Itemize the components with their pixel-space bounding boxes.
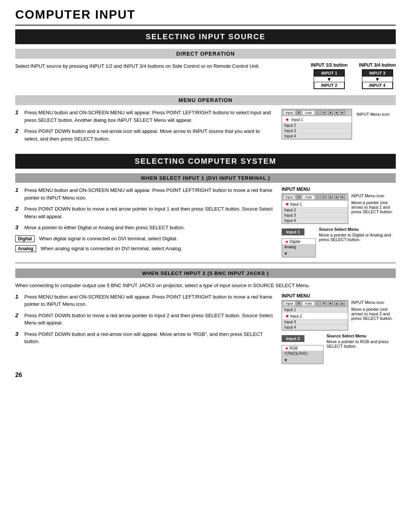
step-num-1: 1	[15, 109, 21, 115]
menu-icon-3: ≋	[322, 110, 327, 115]
input-12-stack: INPUT 1 ▼ INPUT 2	[314, 69, 345, 89]
source-select-annotation-1: Move a pointer to Digital or Analog and …	[319, 233, 396, 242]
source-select-menu-label-2: Source Select Menu	[327, 334, 396, 338]
menu-row-input2: Input 2	[282, 123, 352, 128]
menu-operation-screenshot: Input ⊞ Auto □ ≋ ◈ ◄ ►	[282, 109, 396, 146]
input2-icon-6: ►	[340, 301, 345, 306]
input-12-label: INPUT 1/2 button	[311, 62, 348, 68]
bnc-step-num-1: 1	[15, 293, 21, 300]
input1-menu-annotation: Move a pointer (red arrow) to Input 1 an…	[351, 200, 396, 214]
red-arrow-1: ◄	[284, 201, 289, 207]
input1-dvi-header: WHEN SELECT INPUT 1 (DVI INPUT TERMINAL …	[15, 173, 396, 183]
direct-operation-text: Select INPUT source by pressing INPUT 1/…	[15, 62, 303, 70]
source-select-menu-label-1: Source Select Menu	[319, 227, 396, 232]
dvi-step-text-3: Move a pointer to either Digital or Anal…	[24, 224, 274, 232]
source-select-2-annotations: Source Select Menu Move a pointer to RGB…	[327, 334, 396, 348]
input-tab: Input	[284, 110, 295, 115]
menu-row-input1: ◄ Input 1	[282, 116, 352, 123]
input2-row-4: Input 4	[282, 325, 348, 330]
bnc-step-text-3: Press POINT DOWN button and a red-arrow …	[24, 331, 274, 345]
red-arrow-input2: ◄	[284, 313, 289, 319]
input-menu-annotation: INPUT Menu icon	[357, 112, 390, 117]
menu-row-input3: Input 3	[282, 128, 352, 134]
bnc-step-2: 2 Press POINT DOWN button to move a red …	[15, 312, 274, 327]
input2-bnc-header: WHEN SELECT INPUT 2 (5 BNC INPUT JACKS )	[15, 268, 396, 278]
source-row-digital: ◄ Digital	[282, 239, 315, 244]
menu-icon-4: ◈	[328, 110, 333, 115]
input1-dvi-right: INPUT MENU Input ⊞ Auto □ ≋ ◈ ◄	[282, 187, 396, 257]
section-header-input-source: SELECTING INPUT SOURCE	[15, 29, 396, 44]
direct-operation-header: DIRECT OPERATION	[15, 49, 396, 59]
input2-bnc-left: 1 Press MENU button and ON-SCREEN MENU w…	[15, 293, 274, 364]
input-menu-screenshot: Input ⊞ Auto □ ≋ ◈ ◄ ►	[282, 109, 352, 139]
input2-menu-icon-label: INPUT Menu icon	[351, 300, 396, 305]
input2-bnc-right: INPUT MENU Input ⊞ Auto □ ≋ ◈ ◄	[282, 293, 396, 364]
menu-operation-steps: 1 Press MENU button and ON-SCREEN MENU w…	[15, 109, 274, 146]
input-menu-label-2: INPUT MENU	[282, 293, 396, 299]
step-num-2: 2	[15, 128, 21, 134]
input2-source-col: Input 2 ◄ RGB Y,Pb/Cb,Pr/Cr ▼	[282, 334, 323, 364]
input1-dvi-block: WHEN SELECT INPUT 1 (DVI INPUT TERMINAL …	[15, 173, 396, 257]
dvi-step-num-3: 3	[15, 224, 21, 230]
source-select-menu-1: ◄ Digital Analog ▼	[282, 238, 316, 257]
input2-row-2: ◄ Input 2	[282, 313, 348, 320]
input2-menu-annotations: INPUT Menu icon Move a pointer (red arro…	[351, 300, 396, 321]
arrow-down-12: ▼	[314, 77, 344, 82]
analog-text: When analog signal is connected on DVI t…	[41, 245, 182, 252]
menu-operation-block: MENU OPERATION 1 Press MENU button and O…	[15, 95, 396, 146]
input1-auto-tag: Auto	[302, 195, 315, 200]
menu-top-bar: Input ⊞ Auto □ ≋ ◈ ◄ ►	[282, 109, 352, 116]
input3-btn: INPUT 3	[362, 70, 393, 77]
input1-row-2: Input 2	[282, 208, 348, 213]
red-arrow-rgb: ◄	[284, 346, 288, 350]
analog-label: Analog	[15, 245, 36, 252]
input1-dvi-left: 1 Press MENU button and ON-SCREEN MENU w…	[15, 187, 274, 257]
menu-row-input4: Input 4	[282, 134, 352, 139]
source-row-rgb: ◄ RGB	[282, 345, 323, 351]
input-menu-label-1: INPUT MENU	[282, 187, 396, 192]
input1-menu-bar: Input ⊞ Auto □ ≋ ◈ ◄ ►	[282, 194, 348, 201]
menu-operation-content: 1 Press MENU button and ON-SCREEN MENU w…	[15, 109, 396, 146]
input1-source-col: Input 1 ◄ Digital Analog ▼	[282, 227, 316, 257]
dvi-step-num-1: 1	[15, 187, 21, 193]
input2-btn: INPUT 2	[314, 82, 344, 89]
direct-operation-content: Select INPUT source by pressing INPUT 1/…	[15, 62, 396, 89]
source-row-analog: Analog	[282, 244, 315, 250]
input2-icon-3: ≋	[322, 301, 327, 306]
dvi-step-3: 3 Move a pointer to either Digital or An…	[15, 224, 274, 232]
input1-dvi-content: 1 Press MENU button and ON-SCREEN MENU w…	[15, 187, 396, 257]
input-34-group: INPUT 3/4 button INPUT 3 ▼ INPUT 4	[359, 62, 396, 89]
selecting-input-source-section: SELECTING INPUT SOURCE DIRECT OPERATION …	[15, 29, 396, 146]
input2-bnc-block: WHEN SELECT INPUT 2 (5 BNC INPUT JACKS )…	[15, 268, 396, 364]
bnc-step-num-2: 2	[15, 312, 21, 318]
menu-step-2: 2 Press POINT DOWN button and a red-arro…	[15, 128, 274, 142]
input1-icon-3: ≋	[322, 195, 327, 200]
step-text-1: Press MENU button and ON-SCREEN MENU wil…	[24, 109, 274, 124]
input-34-label: INPUT 3/4 button	[359, 62, 396, 68]
input2-menu-bar: Input ⊞ Auto □ ≋ ◈ ◄ ►	[282, 300, 348, 307]
section-header-computer-system: SELECTING COMPUTER SYSTEM	[15, 154, 396, 169]
input2-icon-2: □	[316, 301, 321, 306]
input2-tab: Input	[284, 301, 295, 306]
menu-operation-header: MENU OPERATION	[15, 95, 396, 105]
menu-icon-2: □	[316, 110, 321, 115]
source-cursor-2: ▼	[282, 356, 323, 364]
page-title: COMPUTER INPUT	[15, 8, 396, 26]
dvi-step-text-1: Press MENU button and ON-SCREEN MENU wil…	[24, 187, 274, 201]
input1-menu-icon-label: INPUT Menu icon	[351, 193, 396, 198]
digital-label: Digital	[15, 235, 35, 242]
dvi-step-text-2: Press POINT DOWN button to move a red ar…	[24, 205, 274, 220]
input1-btn: INPUT 1	[314, 70, 344, 77]
auto-tag: Auto	[302, 110, 315, 115]
input-34-stack: INPUT 3 ▼ INPUT 4	[362, 69, 393, 89]
input1-row-1: ◄ Input 1	[282, 201, 348, 208]
arrow-down-34: ▼	[362, 77, 393, 82]
input1-icon-5: ◄	[334, 195, 339, 200]
source-select-1-annotations: Source Select Menu Move a pointer to Dig…	[319, 227, 396, 242]
input2-icon-4: ◈	[328, 301, 333, 306]
input2-icon-1: ⊞	[296, 301, 301, 306]
bnc-step-text-1: Press MENU button and ON-SCREEN MENU wil…	[24, 293, 274, 308]
step-text-2: Press POINT DOWN button and a red-arrow …	[24, 128, 274, 142]
red-arrow-input1: ◄	[284, 117, 289, 122]
input1-icon-4: ◈	[328, 195, 333, 200]
